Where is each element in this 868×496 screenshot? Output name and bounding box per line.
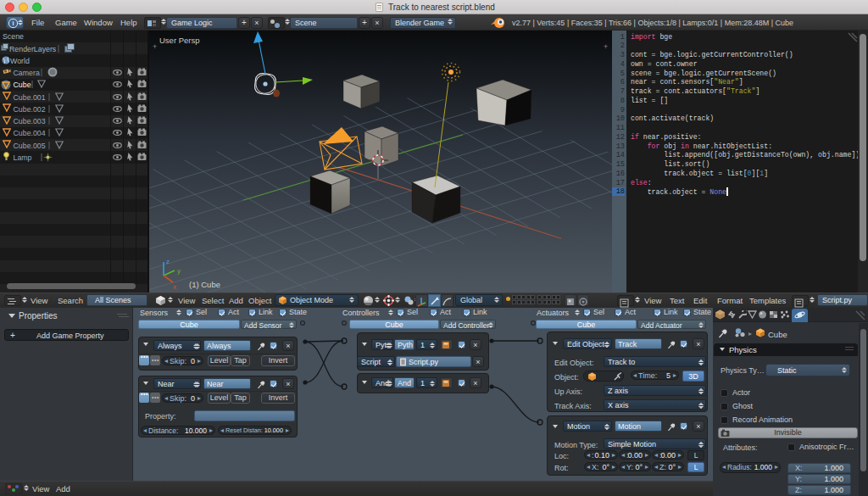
svg-text:User Persp: User Persp xyxy=(159,36,200,45)
svg-text:+: + xyxy=(604,42,608,51)
svg-text:x: x xyxy=(173,283,176,291)
svg-text:z: z xyxy=(166,258,170,265)
svg-text:+: + xyxy=(153,42,157,51)
svg-text:(1) Cube: (1) Cube xyxy=(189,280,220,289)
svg-text:y: y xyxy=(177,267,181,275)
